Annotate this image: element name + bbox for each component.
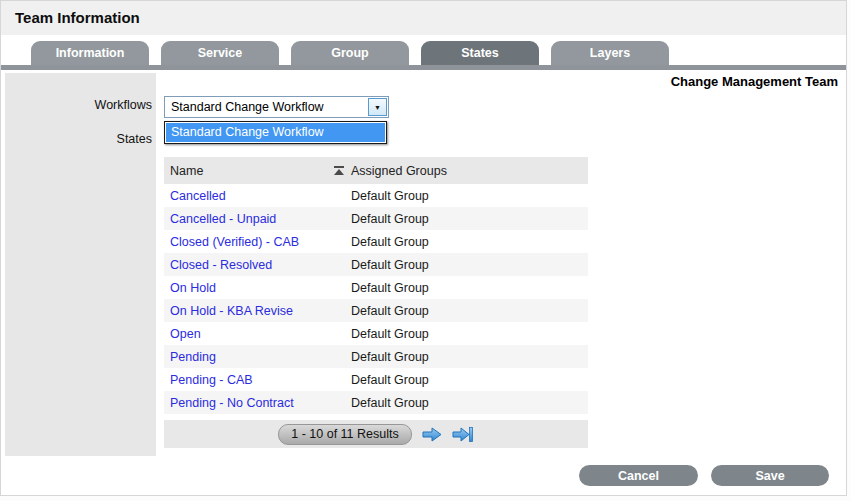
table-row: Cancelled - Unpaid Default Group xyxy=(164,207,588,230)
tab-layers[interactable]: Layers xyxy=(551,41,669,65)
table-row: Open Default Group xyxy=(164,322,588,345)
tab-states[interactable]: States xyxy=(421,41,539,65)
tab-strip: InformationServiceGroupStatesLayers xyxy=(1,35,846,65)
table-body: Cancelled Default Group Cancelled - Unpa… xyxy=(164,184,588,414)
state-link[interactable]: Open xyxy=(170,327,201,341)
assigned-group-cell: Default Group xyxy=(351,212,588,226)
state-name-cell: On Hold xyxy=(164,281,351,295)
assigned-group-cell: Default Group xyxy=(351,327,588,341)
sort-ascending-icon[interactable] xyxy=(334,166,344,175)
state-name-cell: Cancelled - Unpaid xyxy=(164,212,351,226)
chevron-down-icon[interactable]: ▼ xyxy=(368,98,387,116)
state-name-cell: Closed - Resolved xyxy=(164,258,351,272)
states-label: States xyxy=(117,132,152,146)
save-button[interactable]: Save xyxy=(711,465,829,486)
state-link[interactable]: Pending - CAB xyxy=(170,373,253,387)
table-row: Cancelled Default Group xyxy=(164,184,588,207)
assigned-group-cell: Default Group xyxy=(351,189,588,203)
next-page-arrow-icon[interactable] xyxy=(421,426,443,443)
workflow-select-value: Standard Change Workflow xyxy=(165,100,367,114)
state-link[interactable]: Pending xyxy=(170,350,216,364)
state-link[interactable]: On Hold - KBA Revise xyxy=(170,304,293,318)
state-link[interactable]: Cancelled xyxy=(170,189,226,203)
left-label-panel: Workflows States xyxy=(5,73,156,456)
table-row: Pending - CAB Default Group xyxy=(164,368,588,391)
workflow-select[interactable]: Standard Change Workflow ▼ xyxy=(164,96,389,118)
tab-group[interactable]: Group xyxy=(291,41,409,65)
tab-underline-bar xyxy=(1,65,846,70)
state-link[interactable]: Closed - Resolved xyxy=(170,258,272,272)
team-name-label: Change Management Team xyxy=(671,74,838,89)
name-column-label: Name xyxy=(170,164,203,178)
assigned-group-cell: Default Group xyxy=(351,396,588,410)
last-page-arrow-icon[interactable] xyxy=(452,426,474,443)
table-header-row: Name Assigned Groups xyxy=(164,157,588,184)
table-row: Closed - Resolved Default Group xyxy=(164,253,588,276)
state-name-cell: Pending - CAB xyxy=(164,373,351,387)
assigned-group-cell: Default Group xyxy=(351,281,588,295)
table-row: Closed (Verified) - CAB Default Group xyxy=(164,230,588,253)
tab-information[interactable]: Information xyxy=(31,41,149,65)
state-name-cell: Pending xyxy=(164,350,351,364)
assigned-group-cell: Default Group xyxy=(351,373,588,387)
table-row: Pending Default Group xyxy=(164,345,588,368)
cancel-button[interactable]: Cancel xyxy=(579,465,698,486)
workflows-label: Workflows xyxy=(95,98,152,112)
table-row: Pending - No Contract Default Group xyxy=(164,391,588,414)
state-link[interactable]: Cancelled - Unpaid xyxy=(170,212,276,226)
assigned-group-cell: Default Group xyxy=(351,304,588,318)
state-link[interactable]: Closed (Verified) - CAB xyxy=(170,235,299,249)
state-name-cell: Pending - No Contract xyxy=(164,396,351,410)
assigned-group-cell: Default Group xyxy=(351,350,588,364)
pagination-bar: 1 - 10 of 11 Results xyxy=(164,420,588,448)
workflow-option[interactable]: Standard Change Workflow xyxy=(166,123,385,142)
state-link[interactable]: Pending - No Contract xyxy=(170,396,294,410)
page-title: Team Information xyxy=(15,1,140,35)
title-bar: Team Information xyxy=(1,1,846,35)
column-header-name[interactable]: Name xyxy=(164,164,351,178)
states-table: Name Assigned Groups Cancelled Default G… xyxy=(164,157,588,414)
column-header-assigned-groups[interactable]: Assigned Groups xyxy=(351,164,588,178)
results-count-badge: 1 - 10 of 11 Results xyxy=(278,424,411,445)
state-link[interactable]: On Hold xyxy=(170,281,216,295)
state-name-cell: Closed (Verified) - CAB xyxy=(164,235,351,249)
state-name-cell: Open xyxy=(164,327,351,341)
assigned-group-cell: Default Group xyxy=(351,258,588,272)
state-name-cell: On Hold - KBA Revise xyxy=(164,304,351,318)
tab-service[interactable]: Service xyxy=(161,41,279,65)
assigned-group-cell: Default Group xyxy=(351,235,588,249)
workflow-dropdown-list: Standard Change Workflow xyxy=(164,121,387,144)
state-name-cell: Cancelled xyxy=(164,189,351,203)
table-row: On Hold - KBA Revise Default Group xyxy=(164,299,588,322)
table-row: On Hold Default Group xyxy=(164,276,588,299)
team-information-window: Team Information InformationServiceGroup… xyxy=(0,0,847,496)
